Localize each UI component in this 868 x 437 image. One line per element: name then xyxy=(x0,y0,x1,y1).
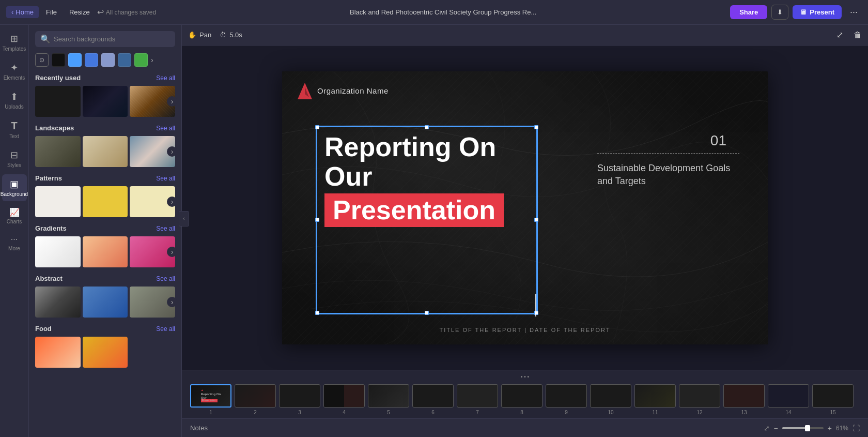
heading-line3: Presentation xyxy=(333,195,495,225)
timer-control[interactable]: ⏱ 5.0s xyxy=(220,31,242,39)
abstract-thumb-1[interactable] xyxy=(35,287,81,318)
gradients-arrow[interactable]: › xyxy=(167,247,177,257)
selection-handle-ml[interactable] xyxy=(315,218,319,222)
abstract-see-all[interactable]: See all xyxy=(156,275,175,282)
swatch-blue3[interactable] xyxy=(101,53,115,67)
present-button[interactable]: 🖥 Present xyxy=(793,5,842,19)
resize-button[interactable]: Resize xyxy=(64,6,95,18)
styles-icon: ⊟ xyxy=(10,149,18,161)
file-label: File xyxy=(46,8,57,16)
search-icon: 🔍 xyxy=(40,34,51,44)
landscapes-arrow[interactable]: › xyxy=(167,146,177,157)
swatch-blue2[interactable] xyxy=(85,53,98,67)
zoom-out-button[interactable]: − xyxy=(774,424,778,432)
slide-thumb-img-1: ▲ Reporting On Our Presentation xyxy=(190,384,231,408)
slide-subtitle: Sustainable Development Goals and Target… xyxy=(597,162,739,188)
slide-num-14: 14 xyxy=(785,410,791,415)
slide-thumb-12[interactable]: 12 xyxy=(679,384,720,415)
food-thumb-1[interactable] xyxy=(35,337,81,368)
search-bar[interactable]: 🔍 xyxy=(35,31,175,47)
recent-thumb-1[interactable] xyxy=(35,86,81,117)
selection-handle-bl[interactable] xyxy=(315,311,319,315)
slide-thumb-7[interactable]: 7 xyxy=(457,384,498,415)
recently-used-see-all[interactable]: See all xyxy=(156,74,175,82)
sidebar-item-charts[interactable]: 📈 Charts xyxy=(2,203,27,229)
more-options-button[interactable]: ··· xyxy=(846,5,862,20)
slide-thumb-15[interactable]: 15 xyxy=(812,384,854,415)
slide-thumb-2[interactable]: 2 xyxy=(235,384,276,415)
swatch-green[interactable] xyxy=(134,53,148,67)
zoom-level-display: 61% xyxy=(836,425,848,432)
sidebar-item-uploads[interactable]: ⬆ Uploads xyxy=(2,87,27,114)
patterns-arrow[interactable]: › xyxy=(167,197,177,207)
file-button[interactable]: File xyxy=(41,6,62,18)
color-swatches: ⊙ › xyxy=(35,53,175,67)
home-button[interactable]: ‹ Home xyxy=(6,6,39,18)
slide-thumb-14[interactable]: 14 xyxy=(768,384,809,415)
recently-used-grid xyxy=(35,86,175,117)
zoom-controls: ⤢ − + 61% ⛶ xyxy=(764,424,860,432)
elements-icon: ✦ xyxy=(10,62,18,73)
gradient-thumb-1[interactable] xyxy=(35,236,81,267)
sidebar-item-background[interactable]: ▣ Background xyxy=(2,174,27,201)
slide-thumb-6[interactable]: 6 xyxy=(412,384,454,415)
landscape-thumb-1[interactable] xyxy=(35,136,81,167)
food-see-all[interactable]: See all xyxy=(156,325,175,333)
fullscreen-icon[interactable]: ⛶ xyxy=(853,424,860,432)
notes-button[interactable]: Notes xyxy=(190,424,208,432)
sidebar-item-elements[interactable]: ✦ Elements xyxy=(2,58,27,85)
selection-handle-tc[interactable] xyxy=(425,125,429,129)
recent-thumb-2[interactable] xyxy=(83,86,128,117)
slide-thumb-img-11 xyxy=(634,384,676,408)
zoom-in-button[interactable]: + xyxy=(828,424,832,432)
swatch-blue[interactable] xyxy=(68,53,82,67)
landscapes-see-all[interactable]: See all xyxy=(156,125,175,132)
undo-button[interactable]: ↩ xyxy=(97,7,104,17)
selection-handle-tl[interactable] xyxy=(315,125,319,129)
gradients-see-all[interactable]: See all xyxy=(156,225,175,232)
pattern-thumb-1[interactable] xyxy=(35,186,81,217)
patterns-see-all[interactable]: See all xyxy=(156,175,175,182)
download-button[interactable]: ⬇ xyxy=(771,5,788,20)
slide-thumb-9[interactable]: 9 xyxy=(546,384,587,415)
slide-thumb-4[interactable]: 4 xyxy=(323,384,365,415)
selection-handle-tr[interactable] xyxy=(534,125,538,129)
panel-collapse-button[interactable]: ‹ xyxy=(179,211,189,227)
abstract-thumb-2[interactable] xyxy=(83,287,128,318)
search-input[interactable] xyxy=(54,35,170,43)
share-button[interactable]: Share xyxy=(730,5,767,19)
strip-collapse-button[interactable]: • • • xyxy=(182,370,868,381)
trash-button[interactable]: 🗑 xyxy=(854,31,862,40)
sidebar-item-styles[interactable]: ⊟ Styles xyxy=(2,145,27,172)
slide-text-box[interactable]: Reporting On Our Presentation xyxy=(316,126,538,314)
food-thumb-2[interactable] xyxy=(83,337,128,368)
swatches-arrow-icon[interactable]: › xyxy=(151,56,153,64)
slide-thumb-1[interactable]: ▲ Reporting On Our Presentation 1 xyxy=(190,384,231,415)
abstract-arrow[interactable]: › xyxy=(167,297,177,307)
zoom-fit-icon[interactable]: ⤢ xyxy=(764,424,770,432)
selection-handle-bc[interactable] xyxy=(425,311,429,315)
slide-thumb-5[interactable]: 5 xyxy=(368,384,409,415)
slide-thumb-10[interactable]: 10 xyxy=(590,384,631,415)
sidebar-item-more[interactable]: ··· More xyxy=(2,231,27,255)
pattern-thumb-2[interactable] xyxy=(83,186,128,217)
heading-line3-bg: Presentation xyxy=(324,193,504,227)
position-button[interactable]: ⤢ xyxy=(836,30,843,40)
landscape-thumb-2[interactable] xyxy=(83,136,128,167)
slide-thumb-3[interactable]: 3 xyxy=(279,384,320,415)
pan-tool[interactable]: ✋ Pan xyxy=(188,31,211,39)
slide-thumb-8[interactable]: 8 xyxy=(501,384,542,415)
recently-used-arrow[interactable]: › xyxy=(167,96,177,107)
selection-handle-mr[interactable] xyxy=(534,218,538,222)
main-slide[interactable]: Organization Name Reporting On Our Prese… xyxy=(282,71,768,344)
slide-thumb-13[interactable]: 13 xyxy=(723,384,765,415)
color-picker-swatch[interactable]: ⊙ xyxy=(35,53,49,67)
gradient-thumb-2[interactable] xyxy=(83,236,128,267)
sidebar-item-templates[interactable]: ⊞ Templates xyxy=(2,29,27,56)
slide-thumb-11[interactable]: 11 xyxy=(634,384,676,415)
sidebar-item-text[interactable]: T Text xyxy=(2,116,27,143)
present-label: Present xyxy=(810,8,834,16)
swatch-teal[interactable] xyxy=(118,53,131,67)
zoom-slider-area[interactable] xyxy=(782,427,824,429)
swatch-black[interactable] xyxy=(52,53,65,67)
